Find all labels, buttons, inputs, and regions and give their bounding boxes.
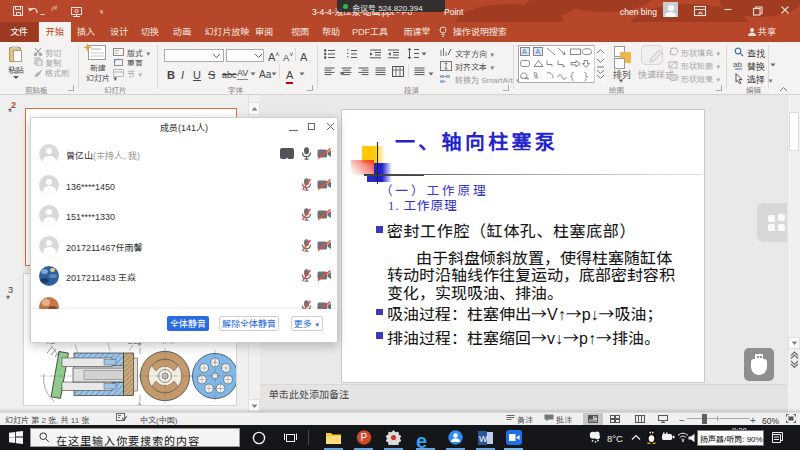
svg-text:ab: ab [733, 60, 742, 69]
svg-text:A: A [138, 401, 141, 406]
svg-text:A: A [536, 47, 541, 56]
svg-text:A: A [522, 47, 527, 56]
svg-text:W: W [479, 434, 488, 444]
svg-text:P: P [361, 432, 368, 443]
